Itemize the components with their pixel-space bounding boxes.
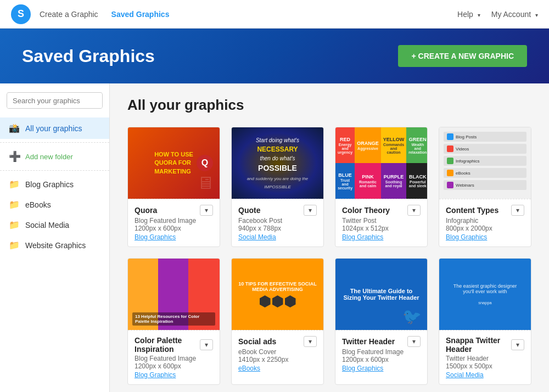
quora-tag[interactable]: Blog Graphics [135, 233, 176, 241]
color-theory-dropdown-button[interactable]: ▾ [407, 205, 421, 216]
content-types-tag[interactable]: Blog Graphics [446, 233, 487, 241]
nav-saved-graphics[interactable]: Saved Graphics [111, 10, 170, 19]
add-new-folder-button[interactable]: ➕ Add new folder [0, 146, 109, 167]
quora-q-logo: Q [197, 155, 213, 171]
thumb-color-theory[interactable]: REDEnergy and urgency ORANGEAggressive Y… [335, 127, 427, 199]
nav-my-account[interactable]: My Account ▾ [491, 10, 538, 19]
quote-size: 940px x 788px [238, 225, 317, 232]
hero-banner: Saved Graphics + CREATE A NEW GRAPHIC [0, 29, 549, 83]
twitter-header-info-header: Twitter Header ▾ [342, 336, 421, 347]
color-yellow: YELLOWCommands and caution [381, 127, 407, 163]
thumb-snappa-twitter[interactable]: The easiest graphic designeryou'll ever … [439, 259, 531, 330]
top-nav: S Create a Graphic Saved Graphics Help ▾… [0, 0, 549, 29]
quora-info-header: Quora ▾ [135, 205, 213, 216]
color-palette-name: Color Palette Inspiration [135, 336, 200, 354]
social-ads-dropdown-button[interactable]: ▾ [304, 336, 317, 347]
sidebar-folder-website-graphics[interactable]: 📁 Website Graphics [0, 235, 109, 255]
social-ads-size: 1410px x 2250px [238, 356, 317, 363]
sidebar-item-all-graphics[interactable]: 📸 All your graphics [0, 117, 109, 139]
quora-info: Quora ▾ Blog Featured Image 1200px x 600… [128, 199, 220, 247]
snappa-twitter-dropdown-button[interactable]: ▾ [511, 339, 524, 350]
help-dropdown-arrow: ▾ [478, 12, 480, 18]
graphic-card-quote: Start doing what's NECESSARY then do wha… [231, 127, 324, 247]
graphic-card-content-types: Blog Posts Videos Infographics eBooks [439, 127, 531, 247]
twitter-header-tag[interactable]: Blog Graphics [342, 365, 383, 372]
snappa-thumb-text: The easiest graphic designeryou'll ever … [453, 283, 517, 305]
hero-title: Saved Graphics [22, 46, 155, 66]
sidebar-folder-ebooks[interactable]: 📁 eBooks [0, 194, 109, 215]
content-icon-1 [447, 133, 453, 140]
color-palette-info-header: Color Palette Inspiration ▾ [135, 336, 213, 354]
search-input[interactable] [7, 93, 103, 108]
color-palette-tag[interactable]: Blog Graphics [135, 371, 176, 379]
content-row-3: Infographics [444, 156, 526, 166]
folder-icon-social-media: 📁 [9, 220, 20, 230]
graphic-card-snappa-twitter: The easiest graphic designeryou'll ever … [439, 258, 531, 385]
quote-tag[interactable]: Social Media [238, 233, 276, 241]
twitter-header-type: Blog Featured Image [342, 348, 421, 356]
color-green: GREENWealth and relaxation [406, 127, 427, 163]
color-black: BLACKPowerful and sleek [406, 163, 427, 199]
search-box[interactable]: 🔍 [7, 92, 103, 109]
content-icon-2 [447, 145, 453, 152]
account-dropdown-arrow: ▾ [535, 12, 538, 18]
thumb-quora[interactable]: HOW TO USEQUORA FORMARKETING 🖥 Q [128, 127, 220, 199]
quote-info-header: Quote ▾ [238, 205, 317, 216]
snappa-twitter-type: Twitter Header [446, 355, 524, 362]
quora-name: Quora [135, 206, 157, 215]
graphic-card-color-palette: 13 Helpful Resources for Color Palette I… [127, 258, 220, 385]
sidebar-folder-social-media[interactable]: 📁 Social Media [0, 215, 109, 235]
color-theory-type: Twitter Post [342, 217, 421, 225]
quote-type: Facebook Post [238, 217, 317, 225]
snappa-twitter-tag[interactable]: Social Media [446, 371, 484, 379]
nav-right-section: Help ▾ My Account ▾ [457, 10, 538, 19]
content-types-list: Blog Posts Videos Infographics eBooks [444, 132, 526, 194]
twitter-header-info: Twitter Header ▾ Blog Featured Image 120… [335, 330, 427, 378]
quora-size: 1200px x 600px [135, 225, 213, 232]
hexagon-3 [285, 295, 296, 307]
social-ads-name: Social ads [238, 337, 276, 346]
content-row-4: eBooks [444, 168, 526, 178]
quora-monitor-icon: 🖥 [197, 173, 214, 193]
quote-dropdown-button[interactable]: ▾ [304, 205, 317, 216]
quote-thumb-text: Start doing what's NECESSARY then do wha… [232, 131, 323, 196]
thumb-content-types[interactable]: Blog Posts Videos Infographics eBooks [439, 127, 531, 199]
hexagon-group [260, 295, 296, 307]
all-graphics-icon: 📸 [9, 123, 20, 133]
color-theory-tag[interactable]: Blog Graphics [342, 233, 383, 241]
create-new-graphic-button[interactable]: + CREATE A NEW GRAPHIC [398, 45, 527, 67]
color-blue: BLUETrust and security [335, 163, 355, 199]
quora-dropdown-button[interactable]: ▾ [200, 205, 213, 216]
content-types-dropdown-button[interactable]: ▾ [511, 205, 524, 216]
content-types-info: Content Types ▾ Infographic 800px x 2000… [439, 199, 531, 247]
quote-name: Quote [238, 206, 260, 215]
thumb-quote[interactable]: Start doing what's NECESSARY then do wha… [232, 127, 323, 199]
twitter-header-dropdown-button[interactable]: ▾ [407, 336, 421, 347]
color-theory-info: Color Theory ▾ Twitter Post 1024px x 512… [335, 199, 427, 247]
content-title: All your graphics [127, 97, 531, 114]
content-row-1: Blog Posts [444, 132, 526, 142]
nav-create-graphic[interactable]: Create a Graphic [40, 10, 98, 19]
hexagon-1 [260, 295, 271, 307]
social-ads-type: eBook Cover [238, 348, 317, 356]
quote-info: Quote ▾ Facebook Post 940px x 788px Soci… [232, 199, 323, 247]
color-palette-info: Color Palette Inspiration ▾ Blog Feature… [128, 330, 220, 384]
sidebar-folder-blog-graphics[interactable]: 📁 Blog Graphics [0, 174, 109, 194]
color-theory-size: 1024px x 512px [342, 225, 421, 232]
add-folder-icon: ➕ [9, 150, 21, 163]
content-icon-3 [447, 158, 453, 164]
main-content: All your graphics HOW TO USEQUORA FORMAR… [110, 83, 549, 392]
content-icon-5 [447, 182, 453, 188]
color-palette-dropdown-button[interactable]: ▾ [200, 339, 213, 350]
content-types-name: Content Types [446, 206, 498, 215]
social-ads-tag[interactable]: eBooks [238, 365, 260, 372]
thumb-social-ads[interactable]: 10 TIPS FOR EFFECTIVE SOCIAL MEDIA ADVER… [232, 259, 323, 330]
twitter-bird-icon: 🐦 [402, 307, 422, 326]
color-theory-info-header: Color Theory ▾ [342, 205, 421, 216]
sidebar: 🔍 📸 All your graphics ➕ Add new folder 📁… [0, 83, 110, 392]
content-types-type: Infographic [446, 217, 524, 225]
thumb-twitter-header[interactable]: The Ultimate Guide toSizing Your Twitter… [335, 259, 427, 330]
snappa-twitter-name: Snappa Twitter Header [446, 336, 511, 354]
thumb-color-palette[interactable]: 13 Helpful Resources for Color Palette I… [128, 259, 220, 330]
nav-help[interactable]: Help ▾ [457, 10, 480, 19]
